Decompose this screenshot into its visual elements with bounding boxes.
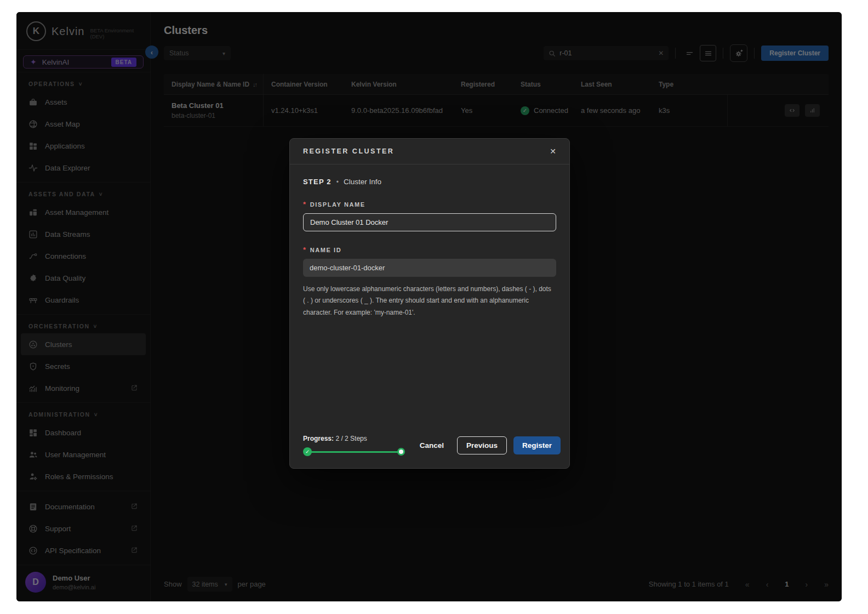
bullet-icon: •	[336, 178, 339, 186]
modal-body: STEP 2 • Cluster Info * DISPLAY NAME * N…	[290, 164, 569, 332]
name-id-label: * NAME ID	[303, 246, 556, 254]
register-cluster-modal: REGISTER CLUSTER ✕ STEP 2 • Cluster Info…	[289, 138, 570, 469]
field-label-text: NAME ID	[310, 247, 342, 253]
display-name-label: * DISPLAY NAME	[303, 200, 556, 208]
screen: K Kelvin BETA Environment (DEV) ✦ Kelvin…	[0, 0, 868, 614]
progress-step-current-icon	[397, 448, 405, 456]
progress-step-done-icon: ✓	[303, 447, 312, 456]
register-button[interactable]: Register	[513, 436, 561, 454]
progress-bar: ✓	[303, 447, 405, 456]
close-icon[interactable]: ✕	[550, 147, 556, 156]
step-indicator: STEP 2 • Cluster Info	[303, 178, 556, 186]
name-id-field[interactable]	[303, 259, 556, 277]
progress-line	[306, 451, 402, 453]
modal-title: REGISTER CLUSTER	[303, 147, 394, 155]
app-window: K Kelvin BETA Environment (DEV) ✦ Kelvin…	[16, 12, 842, 601]
previous-button[interactable]: Previous	[457, 436, 507, 454]
name-id-help-text: Use only lowercase alphanumeric characte…	[303, 283, 553, 319]
progress-block: Progress: 2 / 2 Steps ✓	[303, 435, 405, 456]
step-name: Cluster Info	[344, 178, 381, 186]
cancel-button[interactable]: Cancel	[413, 437, 450, 454]
step-label: STEP 2	[303, 178, 332, 186]
field-label-text: DISPLAY NAME	[310, 201, 366, 208]
progress-text: Progress: 2 / 2 Steps	[303, 435, 405, 442]
progress-label: Progress:	[303, 435, 334, 442]
progress-steps: 2 / 2 Steps	[335, 435, 367, 442]
modal-header: REGISTER CLUSTER ✕	[290, 139, 569, 164]
required-marker: *	[303, 200, 307, 208]
display-name-field[interactable]	[303, 213, 556, 231]
required-marker: *	[303, 246, 307, 254]
modal-footer: Progress: 2 / 2 Steps ✓ Cancel Previous …	[290, 425, 569, 468]
modal-buttons: Cancel Previous Register	[413, 436, 561, 454]
